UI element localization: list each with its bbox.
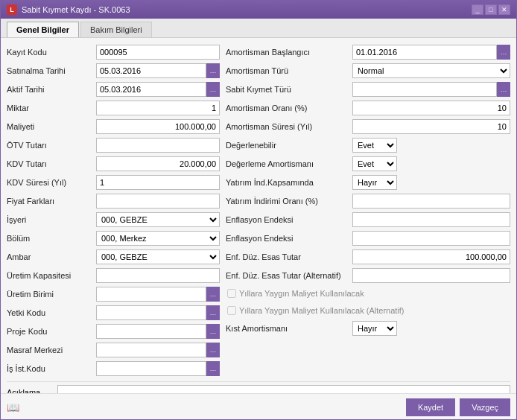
enf-duz-esas-alt-label: Enf. Düz. Esas Tutar (Alternatif) — [226, 271, 352, 280]
sabit-kiymet-turu-row: Sabit Kıymet Türü … — [226, 81, 510, 98]
uretim-birimi-input[interactable] — [96, 287, 206, 302]
yatirim-ind-orani-input[interactable] — [352, 194, 510, 209]
enf-duz-esas-alt-input[interactable] — [352, 268, 510, 283]
tab-bar: Genel Bilgiler Bakım Bilgileri — [1, 19, 516, 38]
otv-label: ÖTV Tutarı — [7, 141, 96, 150]
sabit-kiymet-turu-input[interactable] — [352, 82, 497, 97]
yillara-yaygin-row: Yıllara Yaygın Maliyet Kullanılacak — [226, 286, 510, 301]
bolum-select[interactable]: 000, Merkez — [96, 231, 220, 246]
is-ist-kodu-browse-button[interactable]: … — [206, 361, 220, 376]
description-label: Açıklama — [7, 388, 51, 393]
yillara-yaygin-alt-row: Yıllara Yaygın Maliyet Kullanılacak (Alt… — [226, 303, 510, 318]
uretim-kap-input[interactable] — [96, 268, 220, 283]
description-input[interactable] — [57, 385, 510, 393]
amortisman-turu-select[interactable]: Normal Azalan Bakiyeler Eşit Tutarlı — [352, 63, 510, 78]
degerleme-amortismani-label: Değerleme Amortismanı — [226, 159, 352, 168]
amortisman-baslangic-browse-button[interactable]: … — [497, 45, 510, 60]
is-ist-kodu-input[interactable] — [96, 361, 206, 376]
amortisman-baslangic-label: Amortisman Başlangıcı — [226, 48, 352, 57]
tab-bakim-bilgileri[interactable]: Bakım Bilgileri — [80, 22, 152, 37]
aktif-tarihi-input[interactable] — [96, 82, 206, 97]
yetki-kodu-group: … — [96, 305, 220, 320]
bolum-row: Bölüm 000, Merkez — [7, 230, 220, 246]
satin-tarihi-browse-button[interactable]: … — [206, 63, 220, 78]
amortisman-baslangic-input[interactable] — [352, 45, 497, 60]
maliyeti-row: Maliyeti — [7, 118, 220, 135]
degerleme-amortismani-row: Değerleme Amortismanı Evet Hayır — [226, 156, 510, 172]
uretim-birimi-label: Üretim Birimi — [7, 290, 96, 299]
yillara-yaygin-checkbox[interactable] — [227, 289, 236, 298]
maliyeti-input[interactable] — [96, 119, 220, 134]
fiyat-farklari-input[interactable] — [96, 194, 220, 209]
aktif-tarihi-input-group: … — [96, 82, 220, 97]
save-button[interactable]: Kaydet — [406, 398, 455, 416]
close-button[interactable]: ✕ — [498, 4, 510, 15]
aktif-tarihi-label: Aktif Tarihi — [7, 85, 96, 94]
main-window: L Sabit Kıymet Kaydı - SK.0063 _ □ ✕ Gen… — [0, 0, 517, 420]
maximize-button[interactable]: □ — [485, 4, 497, 15]
is-ist-kodu-row: İş İst.Kodu … — [7, 360, 220, 377]
proje-kodu-row: Proje Kodu … — [7, 323, 220, 340]
sabit-kiymet-turu-browse-button[interactable]: … — [497, 82, 510, 97]
book-icon: 📖 — [7, 401, 19, 413]
sabit-kiymet-turu-group: … — [352, 82, 510, 97]
degerlenebilir-select[interactable]: Evet Hayır — [352, 138, 397, 153]
yatirim-ind-select[interactable]: Hayır Evet — [352, 175, 397, 190]
yatirim-ind-row: Yatırım İnd.Kapsamında Hayır Evet — [226, 174, 510, 191]
uretim-birimi-browse-button[interactable]: … — [206, 287, 220, 302]
kdv-sure-input[interactable] — [96, 175, 220, 190]
otv-row: ÖTV Tutarı — [7, 137, 220, 153]
satin-tarihi-input[interactable] — [96, 63, 206, 78]
enflasyon1-label: Enflasyon Endeksi — [226, 215, 352, 224]
ambar-label: Ambar — [7, 252, 96, 261]
amortisman-suresi-input[interactable] — [352, 119, 510, 134]
aktif-tarihi-browse-button[interactable]: … — [206, 82, 220, 97]
amortisman-orani-input[interactable] — [352, 101, 510, 115]
fiyat-farklari-label: Fiyat Farkları — [7, 197, 96, 206]
minimize-button[interactable]: _ — [472, 4, 483, 15]
amortisman-orani-row: Amortisman Oranı (%) — [226, 100, 510, 116]
miktar-input[interactable] — [96, 101, 220, 115]
proje-kodu-input[interactable] — [96, 324, 206, 339]
isyeri-select[interactable]: 000, GEBZE — [96, 212, 220, 227]
yillara-yaygin-alt-checkbox[interactable] — [227, 306, 236, 315]
kdv-sure-row: KDV Süresi (Yıl) — [7, 174, 220, 191]
proje-kodu-browse-button[interactable]: … — [206, 324, 220, 339]
degerlenebilir-row: Değerlenebilir Evet Hayır — [226, 137, 510, 153]
yillara-yaygin-alt-label: Yıllara Yaygın Maliyet Kullanılacak (Alt… — [239, 306, 405, 315]
aktif-tarihi-row: Aktif Tarihi … — [7, 81, 220, 98]
description-area: Açıklama — [7, 381, 510, 393]
bolum-label: Bölüm — [7, 234, 96, 243]
ambar-select[interactable]: 000, GEBZE — [96, 249, 220, 264]
yetki-kodu-label: Yetki Kodu — [7, 308, 96, 317]
enf-duz-esas-input[interactable] — [352, 249, 510, 264]
app-icon: L — [7, 4, 17, 15]
proje-kodu-group: … — [96, 324, 220, 339]
degerlenebilir-label: Değerlenebilir — [226, 141, 352, 150]
masraf-merkezi-input[interactable] — [96, 343, 206, 357]
uretim-birimi-row: Üretim Birimi … — [7, 286, 220, 302]
title-bar: L Sabit Kıymet Kaydı - SK.0063 _ □ ✕ — [1, 1, 516, 19]
tab-genel-bilgiler[interactable]: Genel Bilgiler — [7, 22, 79, 37]
kdv-input[interactable] — [96, 156, 220, 171]
footer-buttons: Kaydet Vazgeç — [406, 398, 510, 416]
kist-amortismani-label: Kıst Amortismanı — [226, 324, 352, 333]
kayit-kodu-input[interactable] — [96, 45, 220, 60]
yetki-kodu-row: Yetki Kodu … — [7, 305, 220, 321]
yetki-kodu-input[interactable] — [96, 305, 206, 320]
degerleme-amortismani-select[interactable]: Evet Hayır — [352, 156, 397, 171]
masraf-merkezi-row: Masraf Merkezi … — [7, 342, 220, 358]
maliyeti-label: Maliyeti — [7, 122, 96, 131]
fiyat-farklari-row: Fiyat Farkları — [7, 193, 220, 209]
yetki-kodu-browse-button[interactable]: … — [206, 305, 220, 320]
kist-amortismani-select[interactable]: Hayır Evet — [352, 321, 397, 336]
enflasyon2-input[interactable] — [352, 231, 510, 246]
otv-input[interactable] — [96, 138, 220, 153]
enflasyon2-row: Enflasyon Endeksi — [226, 230, 510, 246]
masraf-merkezi-browse-button[interactable]: … — [206, 343, 220, 357]
cancel-button[interactable]: Vazgeç — [460, 398, 510, 416]
enflasyon1-input[interactable] — [352, 212, 510, 227]
uretim-birimi-group: … — [96, 287, 220, 302]
yatirim-ind-orani-label: Yatırım İndirimi Oranı (%) — [226, 197, 352, 206]
main-content: Kayıt Kodu Satınalma Tarihi … Aktif Tari… — [1, 38, 516, 393]
